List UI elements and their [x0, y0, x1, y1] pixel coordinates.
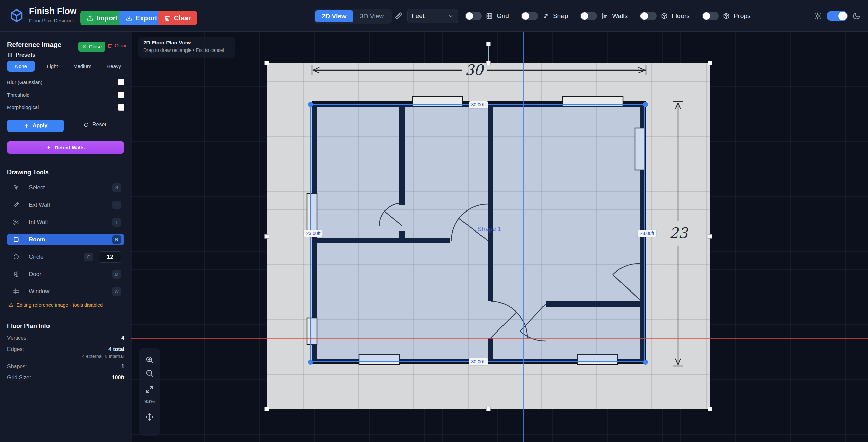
canvas-status-overlay: 2D Floor Plan View Drag to draw rectangl… — [138, 37, 235, 58]
close-icon: ✕ — [82, 44, 86, 50]
expand-icon — [145, 385, 154, 394]
info-row-grid-size: Grid Size: 100ft — [7, 375, 124, 381]
rotation-handle[interactable] — [486, 42, 491, 46]
app-title: Finish Flow — [29, 6, 77, 16]
warning-icon: ⚠ — [8, 302, 13, 308]
drawing-canvas[interactable]: 30 23 30.00ft 30.00ft 23.00ft 23.00ft Sh — [131, 32, 868, 442]
shape-label: Shape 1 — [477, 225, 501, 233]
snap-toggle-switch[interactable] — [521, 12, 538, 20]
scissors-icon — [13, 219, 20, 226]
info-row-shapes: Shapes: 1 — [7, 364, 124, 370]
ref-handle-top-left[interactable] — [265, 61, 269, 65]
chevron-down-icon — [448, 13, 454, 19]
tool-int-wall[interactable]: Int Wall I — [7, 216, 124, 228]
upload-icon — [86, 15, 94, 22]
fit-view-button[interactable] — [143, 383, 156, 396]
zoom-out-icon — [145, 369, 154, 378]
selection-handle-bottom-left[interactable] — [308, 360, 313, 365]
floors-toggle-switch[interactable] — [640, 12, 657, 20]
ref-handle-bottom-right[interactable] — [708, 407, 712, 411]
preset-light-button[interactable]: Light — [43, 61, 61, 72]
drawing-tools-title: Drawing Tools — [7, 169, 49, 176]
view-mode-switch: 2D View 3D View — [314, 9, 392, 24]
reference-image-title: Reference Image — [7, 41, 61, 49]
tool-door[interactable]: Door D — [7, 268, 124, 280]
info-edges-detail: 4 external, 0 internal — [82, 354, 124, 359]
selection-handle-top-left[interactable] — [308, 102, 313, 107]
props-icon — [723, 12, 730, 20]
ref-handle-bottom-center[interactable] — [486, 407, 491, 411]
dimension-width-text: 30 — [465, 63, 484, 78]
import-button[interactable]: Import — [80, 11, 124, 25]
reference-clear-button[interactable]: Clear — [107, 43, 127, 48]
app-root: Finish Flow Floor Plan Designer Import E… — [0, 0, 868, 442]
ref-handle-mid-left[interactable] — [265, 234, 269, 239]
option-row-blur: Blur (Gaussian) — [7, 79, 124, 85]
zoom-in-icon — [145, 355, 154, 364]
sun-icon — [814, 12, 822, 20]
toggle-grid[interactable]: Grid — [465, 12, 509, 20]
blur-checkbox[interactable] — [118, 79, 124, 85]
shortcut-badge: C — [84, 253, 93, 261]
refresh-icon — [83, 122, 89, 128]
reference-close-button[interactable]: ✕Close — [78, 42, 105, 52]
apply-button[interactable]: Apply — [7, 120, 64, 132]
shape-selection-rect[interactable] — [310, 104, 645, 362]
tool-circle[interactable]: Circle C — [7, 251, 124, 263]
dimension-height-text: 23 — [669, 225, 689, 241]
preset-none-button[interactable]: None — [7, 61, 35, 72]
ref-handle-bottom-left[interactable] — [265, 407, 269, 411]
ref-handle-top-right[interactable] — [708, 61, 712, 65]
floor-plan-info-title: Floor Plan Info — [7, 323, 50, 330]
toggle-walls[interactable]: Walls — [580, 12, 628, 20]
sliders-icon — [7, 52, 13, 58]
cursor-icon — [13, 184, 20, 191]
tool-ext-wall[interactable]: Ext Wall L — [7, 199, 124, 211]
trash-icon — [164, 15, 171, 22]
pan-button[interactable] — [143, 410, 156, 424]
selection-handle-bottom-right[interactable] — [643, 360, 648, 365]
tool-room[interactable]: Room R — [7, 234, 124, 245]
morphological-checkbox[interactable] — [118, 104, 124, 110]
door-icon — [13, 270, 20, 278]
clear-button[interactable]: Clear — [158, 11, 197, 25]
shortcut-badge: L — [112, 201, 121, 209]
preset-buttons: None Light Medium Heavy — [7, 61, 124, 72]
sparkle-icon — [24, 123, 29, 129]
unit-select[interactable]: Feet — [407, 9, 458, 23]
toggle-floors[interactable]: Floors — [640, 12, 690, 20]
circle-segments-input[interactable] — [99, 251, 121, 263]
ref-handle-mid-right[interactable] — [708, 234, 712, 239]
horizontal-guide-line — [131, 338, 868, 339]
props-toggle-switch[interactable] — [702, 12, 719, 20]
shortcut-badge: S — [112, 183, 121, 192]
preset-heavy-button[interactable]: Heavy — [103, 61, 124, 72]
zoom-in-button[interactable] — [143, 353, 156, 366]
option-row-threshold: Threshold — [7, 92, 124, 98]
floors-icon — [660, 12, 668, 20]
header-bar: Finish Flow Floor Plan Designer Import E… — [0, 0, 868, 32]
grid-toggle-switch[interactable] — [465, 12, 482, 20]
reset-button[interactable]: Reset — [83, 122, 106, 128]
shortcut-badge: R — [112, 235, 121, 244]
preset-medium-button[interactable]: Medium — [70, 61, 95, 72]
theme-toggle-switch[interactable] — [827, 11, 848, 21]
selection-handle-top-right[interactable] — [643, 102, 648, 107]
info-row-edges: Edges: 4 total — [7, 346, 124, 353]
measure-label-bottom: 30.00ft — [469, 358, 488, 365]
header-divider — [74, 9, 74, 23]
threshold-checkbox[interactable] — [118, 92, 124, 98]
detect-walls-button[interactable]: Detect Walls — [7, 141, 124, 154]
walls-toggle-switch[interactable] — [580, 12, 597, 20]
toggle-snap[interactable]: Snap — [521, 12, 568, 20]
tab-3d-view[interactable]: 3D View — [353, 10, 391, 22]
zoom-controls: 93% — [139, 348, 160, 436]
ref-handle-top-center[interactable] — [486, 61, 491, 65]
zoom-out-button[interactable] — [143, 366, 156, 380]
tool-window[interactable]: Window W — [7, 285, 124, 297]
tab-2d-view[interactable]: 2D View — [315, 10, 353, 22]
export-button[interactable]: Export — [119, 11, 163, 25]
toggle-props[interactable]: Props — [702, 12, 751, 20]
window-icon — [13, 288, 20, 295]
tool-select[interactable]: Select S — [7, 182, 124, 194]
